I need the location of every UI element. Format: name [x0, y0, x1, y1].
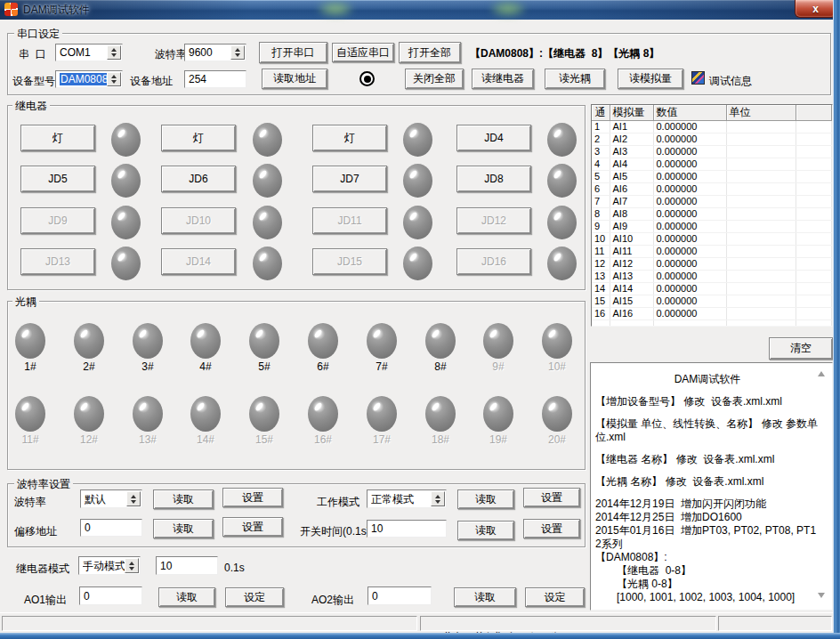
ao2-read-button[interactable]: 读取: [454, 587, 516, 607]
workmode-set-button[interactable]: 设置: [523, 488, 580, 507]
read-address-button[interactable]: 读取地址: [262, 69, 327, 89]
relay-button-16[interactable]: JD16: [456, 248, 531, 275]
analog-col-header-2[interactable]: 模拟量: [610, 105, 653, 121]
dropdown-arrow-icon[interactable]: [126, 491, 141, 506]
analog-cell: 0.000000: [653, 258, 726, 271]
analog-row-12[interactable]: 12AI120.000000: [592, 258, 832, 271]
switchtime-set-button[interactable]: 设置: [523, 519, 580, 538]
analog-row-11[interactable]: 11AI110.000000: [592, 246, 832, 258]
dropdown-arrow-icon[interactable]: [431, 491, 445, 506]
analog-cell: [796, 171, 832, 183]
baud-combobox[interactable]: 9600: [184, 44, 246, 61]
analog-col-header-4[interactable]: 单位: [726, 105, 796, 121]
analog-row-10[interactable]: 10AI100.000000: [592, 233, 832, 246]
open-serial-button[interactable]: 打开串口: [259, 42, 327, 63]
analog-row-4[interactable]: 4AI40.000000: [592, 158, 832, 171]
relaymode-combobox[interactable]: 手动模式: [78, 556, 141, 575]
analog-col-header-3[interactable]: 数值: [653, 105, 726, 121]
workmode-read-button[interactable]: 读取: [457, 489, 514, 509]
analog-table-header[interactable]: 通模拟量数值单位: [592, 105, 832, 121]
ao1-read-button[interactable]: 读取: [158, 587, 215, 607]
close-all-button[interactable]: 关闭全部: [405, 69, 464, 89]
relay-button-3[interactable]: 灯: [312, 125, 387, 151]
offset-set-button[interactable]: 设置: [222, 517, 283, 537]
close-button[interactable]: x: [795, 0, 836, 18]
relay-led-16: [547, 247, 577, 280]
relay-button-11[interactable]: JD11: [312, 207, 387, 234]
title-bar[interactable]: DAM调试软件 x: [0, 0, 840, 20]
relaymode-time-input[interactable]: 10: [156, 556, 218, 575]
analog-row-9[interactable]: 9AI90.000000: [592, 221, 832, 233]
analog-cell: [796, 233, 832, 246]
relay-button-5[interactable]: JD5: [20, 166, 95, 192]
analog-cell: 16: [592, 308, 610, 320]
analog-row-3[interactable]: 3AI30.000000: [592, 146, 832, 158]
ao2-input[interactable]: 0: [368, 586, 432, 605]
relay-button-6[interactable]: JD6: [161, 166, 236, 192]
analog-row-15[interactable]: 15AI150.000000: [592, 295, 832, 308]
dropdown-arrow-icon[interactable]: [107, 72, 121, 86]
analog-row-1[interactable]: 1AI10.000000: [592, 121, 832, 133]
relay-led-1: [111, 123, 141, 157]
serial-port-combobox[interactable]: COM1: [55, 44, 123, 61]
relay-button-15[interactable]: JD15: [312, 248, 387, 275]
open-all-button[interactable]: 打开全部: [399, 42, 461, 63]
analog-row-16[interactable]: 16AI160.000000: [592, 308, 832, 320]
analog-cell: [726, 258, 796, 271]
relay-button-7[interactable]: JD7: [312, 166, 387, 192]
settings-baud-combobox[interactable]: 默认: [80, 489, 142, 508]
analog-row-2[interactable]: 2AI20.000000: [592, 133, 832, 146]
ao1-input[interactable]: 0: [79, 586, 142, 605]
offset-read-button[interactable]: 读取: [153, 519, 214, 538]
relay-button-10[interactable]: JD10: [161, 207, 236, 234]
offset-input[interactable]: 0: [80, 519, 142, 537]
relay-button-14[interactable]: JD14: [161, 248, 236, 275]
relay-button-13[interactable]: JD13: [20, 248, 95, 275]
ao2-set-button[interactable]: 设定: [525, 587, 585, 607]
status-panel-company: 北京聚英翱翔电子有限公司: [420, 616, 716, 631]
relay-button-8[interactable]: JD8: [456, 166, 531, 192]
analog-row-14[interactable]: 14AI140.000000: [592, 283, 832, 295]
dropdown-arrow-icon[interactable]: [230, 45, 245, 60]
log-panel[interactable]: DAM调试软件【增加设备型号】 修改 设备表.xml.xml【模拟量 单位、线性…: [590, 362, 833, 611]
read-opto-button[interactable]: 读光耦: [545, 69, 605, 89]
opto-label-19: 19#: [476, 433, 521, 446]
device-address-input[interactable]: 254: [184, 70, 246, 88]
opto-label-3: 3#: [125, 360, 170, 373]
analog-cell: AI12: [610, 258, 653, 271]
clear-button[interactable]: 清空: [769, 337, 833, 360]
read-relay-button[interactable]: 读继电器: [472, 69, 534, 89]
relay-button-12[interactable]: JD12: [456, 207, 531, 234]
analog-cell: [726, 271, 796, 283]
scroll-up-icon[interactable]: [818, 368, 825, 376]
relay-button-4[interactable]: JD4: [456, 125, 531, 151]
baud-set-button[interactable]: 设置: [222, 488, 283, 507]
analog-cell: [726, 196, 796, 208]
analog-col-header-5[interactable]: [796, 105, 832, 121]
switchtime-input[interactable]: 10: [367, 520, 447, 538]
analog-row-13[interactable]: 13AI130.000000: [592, 271, 832, 283]
analog-cell: 7: [592, 196, 610, 208]
relay-button-2[interactable]: 灯: [161, 125, 236, 151]
log-line-7: 2014年12月25日 增加DO1600: [595, 511, 820, 524]
opto-label-18: 18#: [418, 433, 463, 446]
analog-row-5[interactable]: 5AI50.000000: [592, 171, 832, 183]
switchtime-read-button[interactable]: 读取: [457, 521, 514, 540]
analog-row-6[interactable]: 6AI60.000000: [592, 183, 832, 196]
scroll-down-icon[interactable]: [818, 593, 825, 602]
auto-serial-button[interactable]: 自适应串口: [332, 43, 394, 62]
model-combobox[interactable]: DAM0808: [55, 70, 123, 88]
analog-row-7[interactable]: 7AI70.000000: [592, 196, 832, 208]
baud-read-button[interactable]: 读取: [153, 489, 214, 509]
analog-row-8[interactable]: 8AI80.000000: [592, 208, 832, 221]
dropdown-arrow-icon[interactable]: [107, 45, 121, 60]
relay-button-9[interactable]: JD9: [20, 207, 95, 234]
workmode-combobox[interactable]: 正常模式: [367, 489, 447, 508]
ao1-set-button[interactable]: 设定: [225, 587, 284, 607]
offset-value: 0: [85, 522, 91, 534]
dropdown-arrow-icon[interactable]: [125, 558, 139, 573]
analog-cell: AI10: [610, 233, 653, 246]
relay-button-1[interactable]: 灯: [20, 125, 95, 151]
read-analog-button[interactable]: 读模拟量: [618, 69, 683, 89]
analog-col-header-1[interactable]: 通: [592, 105, 610, 121]
